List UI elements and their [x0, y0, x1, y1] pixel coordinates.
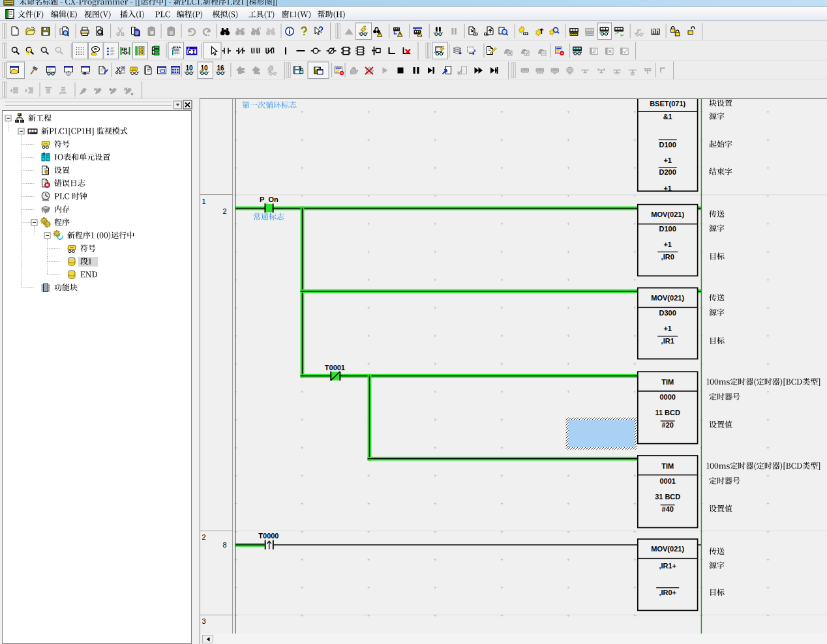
svg-text:TIM: TIM — [661, 462, 674, 470]
svg-text:0000: 0000 — [659, 393, 675, 401]
svg-text:,IR0+: ,IR0+ — [659, 589, 676, 596]
svg-text:D300: D300 — [659, 309, 676, 317]
svg-text:+1: +1 — [663, 325, 672, 332]
svg-text:MOV(021): MOV(021) — [651, 294, 684, 302]
svg-text:&1: &1 — [663, 113, 672, 121]
svg-text:+1: +1 — [663, 156, 672, 164]
svg-text:0001: 0001 — [659, 477, 675, 485]
svg-text:D200: D200 — [659, 168, 676, 176]
svg-text:MOV(021): MOV(021) — [651, 545, 684, 553]
svg-text:D100: D100 — [659, 141, 676, 149]
svg-text:P_On: P_On — [260, 196, 278, 203]
svg-text:+1: +1 — [663, 241, 672, 248]
svg-text:,IR1+: ,IR1+ — [659, 562, 676, 570]
svg-text:MOV(021): MOV(021) — [651, 211, 684, 218]
svg-text:10: 10 — [185, 65, 193, 72]
svg-text:11 BCD: 11 BCD — [655, 409, 680, 417]
svg-text:16: 16 — [217, 65, 224, 72]
svg-text:#20: #20 — [662, 421, 674, 429]
svg-text:3: 3 — [202, 617, 206, 625]
svg-text:T0000: T0000 — [258, 532, 278, 540]
svg-text:+1: +1 — [663, 184, 672, 192]
svg-text:,IR1: ,IR1 — [661, 337, 674, 345]
svg-text:2: 2 — [202, 533, 206, 541]
svg-text:31 BCD: 31 BCD — [655, 493, 680, 501]
svg-text:BSET(071): BSET(071) — [650, 100, 685, 108]
svg-text:#40: #40 — [662, 505, 674, 513]
svg-text:1: 1 — [202, 198, 206, 205]
svg-text:,IR0: ,IR0 — [661, 253, 674, 261]
svg-text:D100: D100 — [659, 225, 676, 233]
svg-text:T0001: T0001 — [325, 364, 345, 372]
svg-text:2: 2 — [222, 207, 226, 215]
svg-text:8: 8 — [222, 541, 226, 549]
svg-text:TIM: TIM — [661, 378, 674, 386]
